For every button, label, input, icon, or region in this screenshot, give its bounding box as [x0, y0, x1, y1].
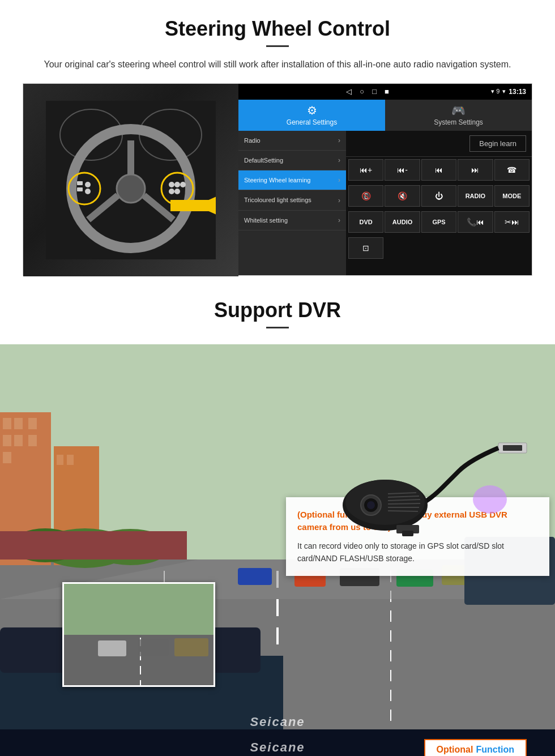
- tab-system[interactable]: 🎮 System Settings: [385, 100, 532, 131]
- svg-point-64: [367, 501, 375, 509]
- menu-item-default-setting[interactable]: DefaultSetting ›: [238, 151, 346, 170]
- menu-item-steering-label: Steering Wheel learning: [244, 176, 310, 184]
- svg-rect-11: [77, 187, 83, 191]
- ctrl-end-call[interactable]: 📵: [348, 185, 383, 207]
- ctrl-prev[interactable]: ⏮: [421, 159, 456, 181]
- ctrl-misc[interactable]: ⊡: [348, 237, 383, 259]
- svg-rect-55: [138, 639, 169, 656]
- menu-item-steering-arrow: ›: [338, 176, 340, 184]
- begin-learn-row: Begin learn: [346, 131, 532, 157]
- ctrl-vol-up[interactable]: ⏮+: [348, 159, 383, 181]
- dvr-composite: (Optional function, require to buy exter…: [0, 344, 555, 756]
- steering-subtitle: Your original car's steering wheel contr…: [34, 57, 521, 72]
- control-grid-row3: DVD AUDIO GPS 📞⏮ ✂⏭: [346, 209, 532, 235]
- controls-area: Begin learn ⏮+ ⏮- ⏮ ⏭ ☎ 📵 🔇 ⏻: [346, 131, 532, 275]
- system-settings-icon: 🎮: [451, 104, 466, 117]
- svg-rect-34: [28, 435, 37, 446]
- menu-item-whitelist-arrow: ›: [338, 216, 340, 224]
- svg-rect-10: [77, 181, 83, 185]
- status-bar-nav-icons: ◁ ○ □ ■: [244, 87, 491, 96]
- tab-general[interactable]: ⚙ General Settings: [238, 100, 385, 131]
- menu-item-tricoloured[interactable]: Tricoloured light settings ›: [238, 190, 346, 210]
- ctrl-vol-down[interactable]: ⏮-: [385, 159, 420, 181]
- menu-item-whitelist[interactable]: Whitelist setting ›: [238, 211, 346, 230]
- android-ui: ◁ ○ □ ■ ▾ 9 ▾ 13:13 ⚙ General Settings: [238, 84, 532, 275]
- svg-point-17: [169, 189, 174, 194]
- status-bar: ◁ ○ □ ■ ▾ 9 ▾ 13:13: [238, 84, 532, 100]
- title-divider: [266, 45, 289, 47]
- ctrl-radio[interactable]: RADIO: [458, 185, 493, 207]
- dvr-thumbnail-screenshot: [62, 582, 215, 687]
- dvr-section: Support DVR: [0, 281, 555, 756]
- signal-icon: ▾ 9: [491, 88, 500, 95]
- seicane-watermark: Seicane: [250, 715, 305, 729]
- menu-item-tricoloured-label: Tricoloured light settings: [244, 196, 311, 204]
- ctrl-mode[interactable]: MODE: [494, 185, 530, 207]
- dvr-divider: [266, 327, 289, 328]
- menu-item-steering-learning[interactable]: Steering Wheel learning ›: [238, 170, 346, 190]
- home-icon: ○: [360, 87, 364, 96]
- ctrl-mute[interactable]: 🔇: [385, 185, 420, 207]
- dvr-title: Support DVR: [23, 298, 532, 322]
- optional-badge-function-text: Function: [476, 745, 514, 755]
- svg-rect-72: [402, 531, 413, 536]
- svg-rect-29: [3, 435, 11, 446]
- svg-rect-30: [3, 452, 11, 463]
- dvr-header: Support DVR: [0, 281, 555, 344]
- menu-item-default-label: DefaultSetting: [244, 156, 283, 164]
- dvr-camera-svg: [328, 432, 532, 539]
- settings-tabs[interactable]: ⚙ General Settings 🎮 System Settings: [238, 100, 532, 131]
- dvr-desc-text: It can record video only to storage in G…: [297, 540, 538, 565]
- back-icon: ◁: [346, 87, 352, 96]
- control-grid-row4: ⊡: [346, 235, 532, 261]
- tab-system-label: System Settings: [434, 118, 483, 126]
- general-settings-icon: ⚙: [307, 104, 317, 117]
- status-indicators: ▾ 9 ▾ 13:13: [491, 88, 526, 96]
- ctrl-power[interactable]: ⏻: [421, 185, 456, 207]
- ctrl-dvd[interactable]: DVD: [348, 211, 383, 233]
- menu-item-default-arrow: ›: [338, 156, 340, 164]
- wifi-icon: ▾: [502, 88, 506, 95]
- svg-rect-28: [3, 418, 11, 429]
- optional-function-badge: Optional Function: [424, 739, 527, 756]
- menu-icon: ■: [385, 87, 389, 96]
- menu-item-whitelist-label: Whitelist setting: [244, 216, 288, 224]
- menu-item-tricoloured-arrow: ›: [338, 197, 340, 204]
- svg-rect-33: [28, 418, 37, 429]
- menu-controls-area: Radio › DefaultSetting › Steering Wheel …: [238, 131, 532, 275]
- steering-composite: ◁ ○ □ ■ ▾ 9 ▾ 13:13 ⚙ General Settings: [23, 83, 532, 276]
- menu-item-radio-arrow: ›: [338, 136, 340, 144]
- svg-rect-56: [174, 638, 208, 656]
- svg-line-70: [388, 511, 418, 511]
- begin-learn-button[interactable]: Begin learn: [469, 135, 526, 152]
- steering-section: Steering Wheel Control Your original car…: [0, 0, 555, 276]
- svg-rect-41: [0, 531, 187, 559]
- svg-point-59: [473, 485, 507, 514]
- tab-general-label: General Settings: [287, 118, 337, 126]
- svg-rect-20: [170, 200, 216, 211]
- dvr-product-image: [323, 429, 538, 542]
- control-grid-row1: ⏮+ ⏮- ⏮ ⏭ ☎: [346, 157, 532, 183]
- ctrl-gps[interactable]: GPS: [421, 211, 456, 233]
- ctrl-audio[interactable]: AUDIO: [385, 211, 420, 233]
- svg-rect-42: [238, 568, 272, 585]
- ctrl-phone[interactable]: ☎: [494, 159, 530, 181]
- svg-point-13: [85, 189, 91, 194]
- svg-rect-36: [57, 455, 63, 465]
- steering-wheel-photo: [23, 84, 238, 276]
- svg-point-12: [85, 182, 91, 187]
- svg-rect-32: [14, 435, 23, 446]
- control-grid-row2: 📵 🔇 ⏻ RADIO MODE: [346, 183, 532, 209]
- page-title: Steering Wheel Control: [23, 17, 532, 41]
- svg-point-61: [345, 480, 425, 525]
- svg-point-14: [169, 182, 174, 187]
- ctrl-next[interactable]: ⏭: [458, 159, 493, 181]
- svg-point-4: [117, 174, 145, 203]
- svg-point-16: [180, 182, 186, 187]
- menu-item-radio[interactable]: Radio ›: [238, 131, 346, 151]
- ctrl-phone-prev[interactable]: 📞⏮: [458, 211, 493, 233]
- menu-item-radio-label: Radio: [244, 136, 261, 144]
- ctrl-cut-next[interactable]: ✂⏭: [494, 211, 530, 233]
- svg-rect-54: [98, 640, 126, 656]
- steering-wheel-svg: [46, 101, 216, 259]
